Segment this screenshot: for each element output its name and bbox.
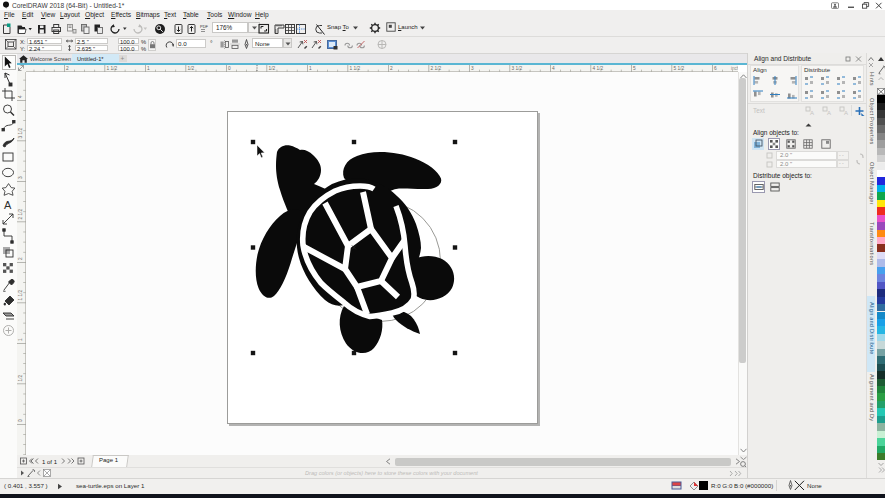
svg-text:4: 4 [17,95,22,98]
svg-text:0: 0 [17,419,22,422]
svg-text:1 1/2: 1 1/2 [17,289,22,300]
svg-text:1: 1 [147,65,150,70]
svg-text:5 1/2: 5 1/2 [674,65,685,70]
svg-text:5: 5 [633,65,636,70]
svg-text:inches: inches [731,66,738,71]
svg-text:0: 0 [228,65,231,70]
svg-text:1/2: 1/2 [269,65,276,70]
svg-text:A: A [4,199,12,211]
svg-text:2: 2 [17,257,22,260]
svg-text:A: A [827,110,831,116]
svg-text:2: 2 [66,65,69,70]
svg-text:3 1/2: 3 1/2 [17,127,22,138]
svg-text:6: 6 [714,65,717,70]
svg-text:1 of 1: 1 of 1 [42,459,58,465]
svg-text:1 1/2: 1 1/2 [350,65,361,70]
svg-text:1/2: 1/2 [188,65,195,70]
svg-text:1: 1 [309,65,312,70]
svg-text:1 1/2: 1 1/2 [107,65,118,70]
svg-text:2 1/2: 2 1/2 [17,208,22,219]
svg-text:3: 3 [17,176,22,179]
svg-text:PDF: PDF [200,24,209,29]
svg-text:1/2: 1/2 [17,374,22,381]
svg-text:A: A [844,110,848,116]
svg-text:A: A [810,110,814,116]
svg-text:3: 3 [471,65,474,70]
svg-text:4 1/2: 4 1/2 [593,65,604,70]
svg-text:3 1/2: 3 1/2 [512,65,523,70]
svg-text:1: 1 [17,338,22,341]
svg-text:4: 4 [552,65,555,70]
svg-text:2 1/2: 2 1/2 [431,65,442,70]
svg-text:2: 2 [390,65,393,70]
